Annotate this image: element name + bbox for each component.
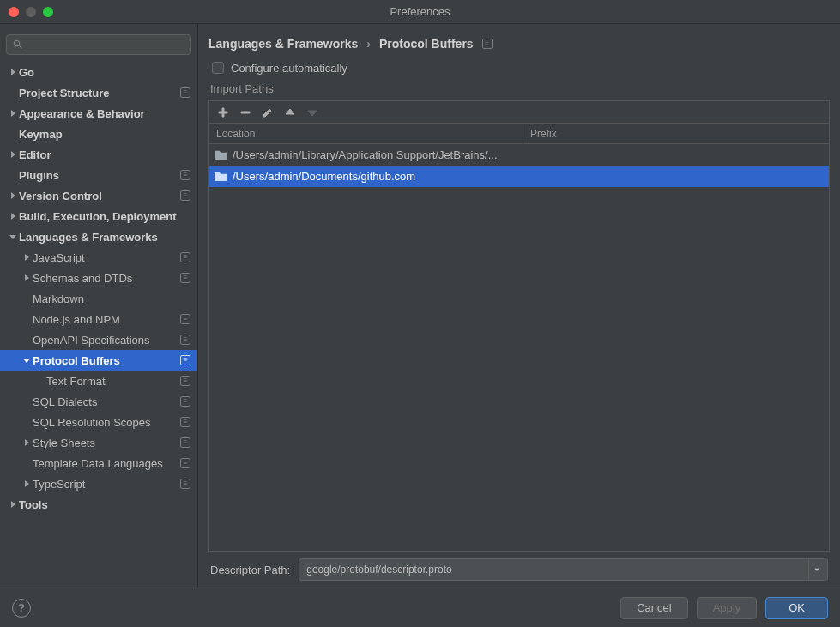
project-scope-icon (180, 190, 190, 201)
sidebar-item-keymap[interactable]: Keymap (0, 124, 197, 144)
sidebar-item-label: Editor (19, 148, 190, 161)
chevron-down-icon[interactable] (808, 560, 824, 579)
minimize-window-button[interactable] (26, 7, 36, 17)
sidebar-item-javascript[interactable]: JavaScript (0, 247, 197, 268)
project-scope-icon (482, 39, 493, 49)
expand-arrow-icon (21, 288, 33, 309)
sidebar-item-template-data-languages[interactable]: Template Data Languages (0, 453, 197, 473)
project-scope-icon (180, 479, 190, 489)
import-paths-header: Location Prefix (209, 124, 829, 144)
chevron-right-icon: › (366, 37, 371, 51)
expand-arrow-icon (7, 165, 19, 185)
project-scope-icon (180, 335, 190, 345)
sidebar-item-typescript[interactable]: TypeScript (0, 473, 197, 494)
sidebar-item-go[interactable]: Go (0, 62, 197, 82)
cancel-button[interactable]: Cancel (620, 597, 687, 619)
import-path-row[interactable]: /Users/admin/Documents/github.com (209, 166, 829, 187)
descriptor-path-label: Descriptor Path: (210, 564, 290, 576)
sidebar-item-style-sheets[interactable]: Style Sheets (0, 432, 197, 453)
sidebar-item-label: SQL Dialects (33, 395, 180, 408)
sidebar-item-openapi-specifications[interactable]: OpenAPI Specifications (0, 329, 197, 350)
sidebar-item-plugins[interactable]: Plugins (0, 165, 197, 185)
sidebar-item-tools[interactable]: Tools (0, 494, 197, 515)
sidebar-item-protocol-buffers[interactable]: Protocol Buffers (0, 350, 197, 371)
expand-arrow-icon[interactable] (21, 268, 33, 288)
ok-button[interactable]: OK (765, 597, 828, 619)
sidebar-item-label: Schemas and DTDs (33, 272, 180, 285)
sidebar-item-languages-frameworks[interactable]: Languages & Frameworks (0, 226, 197, 247)
sidebar-item-sql-resolution-scopes[interactable]: SQL Resolution Scopes (0, 412, 197, 432)
column-prefix[interactable]: Prefix (523, 124, 829, 143)
sidebar-item-label: Template Data Languages (33, 457, 180, 470)
import-path-value: /Users/admin/Documents/github.com (233, 170, 415, 183)
sidebar-item-label: SQL Resolution Scopes (33, 416, 180, 429)
sidebar-item-label: Languages & Frameworks (19, 231, 190, 244)
sidebar: GoProject StructureAppearance & Behavior… (0, 24, 198, 588)
expand-arrow-icon[interactable] (7, 185, 19, 206)
settings-tree[interactable]: GoProject StructureAppearance & Behavior… (0, 62, 197, 588)
sidebar-item-sql-dialects[interactable]: SQL Dialects (0, 391, 197, 412)
import-paths-body[interactable]: /Users/admin/Library/Application Support… (209, 144, 829, 551)
import-path-row[interactable]: /Users/admin/Library/Application Support… (209, 144, 829, 166)
sidebar-item-node-js-and-npm[interactable]: Node.js and NPM (0, 309, 197, 329)
configure-automatically-checkbox[interactable] (212, 62, 224, 74)
sidebar-item-label: OpenAPI Specifications (33, 334, 180, 347)
project-scope-icon (180, 437, 190, 448)
breadcrumb: Languages & Frameworks › Protocol Buffer… (208, 33, 830, 55)
expand-arrow-icon[interactable] (7, 206, 19, 226)
project-scope-icon (180, 273, 190, 283)
sidebar-item-build-execution-deployment[interactable]: Build, Execution, Deployment (0, 206, 197, 226)
import-path-value: /Users/admin/Library/Application Support… (233, 148, 498, 161)
expand-arrow-icon[interactable] (21, 247, 33, 268)
search-input[interactable] (6, 34, 191, 55)
edit-button[interactable] (263, 107, 273, 118)
sidebar-item-label: Go (19, 66, 190, 79)
sidebar-item-label: Plugins (19, 169, 180, 182)
sidebar-item-version-control[interactable]: Version Control (0, 185, 197, 206)
expand-arrow-icon (7, 82, 19, 103)
sidebar-item-markdown[interactable]: Markdown (0, 288, 197, 309)
expand-arrow-icon[interactable] (7, 103, 19, 124)
window-controls (0, 7, 53, 17)
sidebar-item-schemas-and-dtds[interactable]: Schemas and DTDs (0, 268, 197, 288)
project-scope-icon (180, 252, 190, 262)
folder-icon (215, 149, 227, 160)
sidebar-item-label: Tools (19, 498, 190, 511)
sidebar-item-text-format[interactable]: Text Format (0, 371, 197, 391)
sidebar-item-appearance-behavior[interactable]: Appearance & Behavior (0, 103, 197, 124)
close-window-button[interactable] (9, 7, 19, 17)
expand-arrow-icon[interactable] (7, 226, 19, 247)
expand-arrow-icon[interactable] (21, 350, 33, 371)
sidebar-item-project-structure[interactable]: Project Structure (0, 82, 197, 103)
descriptor-path-dropdown[interactable]: google/protobuf/descriptor.proto (299, 558, 828, 581)
expand-arrow-icon[interactable] (7, 62, 19, 82)
expand-arrow-icon[interactable] (21, 473, 33, 494)
project-scope-icon (180, 170, 190, 180)
expand-arrow-icon (34, 371, 46, 391)
move-up-button[interactable] (285, 107, 295, 118)
descriptor-path-value: google/protobuf/descriptor.proto (306, 564, 451, 576)
help-button[interactable]: ? (12, 599, 31, 618)
sidebar-item-label: JavaScript (33, 251, 180, 264)
expand-arrow-icon[interactable] (7, 494, 19, 515)
project-scope-icon (180, 87, 190, 98)
import-paths-panel: Location Prefix /Users/admin/Library/App… (208, 100, 830, 552)
expand-arrow-icon[interactable] (7, 144, 19, 165)
maximize-window-button[interactable] (43, 7, 53, 17)
column-location[interactable]: Location (209, 124, 523, 143)
breadcrumb-parent[interactable]: Languages & Frameworks (208, 37, 358, 51)
sidebar-item-label: TypeScript (33, 478, 180, 491)
folder-icon (215, 171, 227, 182)
add-button[interactable] (218, 107, 228, 118)
expand-arrow-icon[interactable] (21, 432, 33, 453)
remove-button[interactable] (240, 107, 251, 118)
project-scope-icon (180, 458, 190, 468)
sidebar-item-editor[interactable]: Editor (0, 144, 197, 165)
project-scope-icon (180, 417, 190, 427)
import-paths-label: Import Paths (208, 81, 830, 100)
sidebar-item-label: Style Sheets (33, 437, 180, 449)
breadcrumb-current: Protocol Buffers (379, 37, 474, 51)
sidebar-item-label: Project Structure (19, 87, 180, 99)
dialog-footer: ? Cancel Apply OK (0, 588, 840, 627)
project-scope-icon (180, 376, 190, 386)
